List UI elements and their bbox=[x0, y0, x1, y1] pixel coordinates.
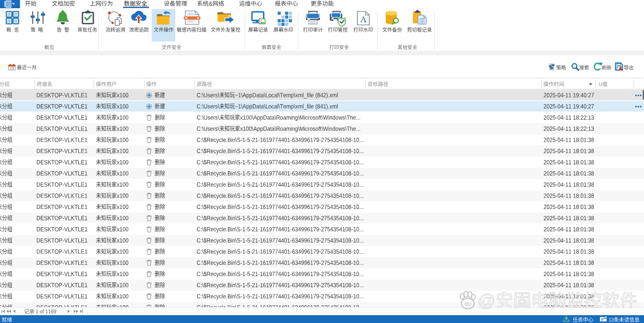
svg-text:A: A bbox=[360, 15, 367, 24]
svg-text:du: du bbox=[465, 301, 471, 307]
svg-text:23: 23 bbox=[10, 66, 14, 71]
